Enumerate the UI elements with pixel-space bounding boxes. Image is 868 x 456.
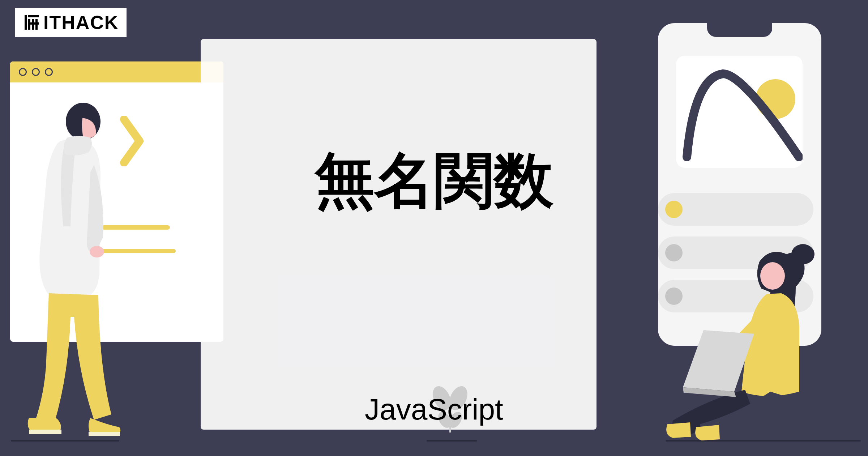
phone-notch <box>707 23 772 37</box>
logo-text: ITHACK <box>43 12 119 33</box>
window-control-dot <box>19 68 27 76</box>
person-female-illustration <box>666 240 861 442</box>
window-control-dot <box>32 68 40 76</box>
document-panel-illustration <box>201 39 597 430</box>
landscape-icon <box>676 56 803 168</box>
shadow <box>427 440 477 442</box>
person-male-illustration <box>18 100 123 440</box>
logo-icon <box>23 14 40 31</box>
phone-list-item <box>658 193 813 226</box>
list-avatar-icon <box>665 201 683 218</box>
svg-point-13 <box>791 244 814 264</box>
logo-badge: ITHACK <box>15 8 127 37</box>
svg-rect-1 <box>28 15 39 17</box>
phone-image-card <box>676 56 803 168</box>
shadow <box>11 440 119 442</box>
window-control-dot <box>45 68 53 76</box>
svg-point-14 <box>760 262 785 290</box>
page-subtitle: JavaScript <box>365 392 503 426</box>
svg-point-12 <box>90 246 104 257</box>
page-title: 無名関数 <box>315 141 553 222</box>
browser-titlebar <box>10 61 223 82</box>
svg-rect-5 <box>28 22 39 25</box>
svg-rect-0 <box>25 15 27 30</box>
